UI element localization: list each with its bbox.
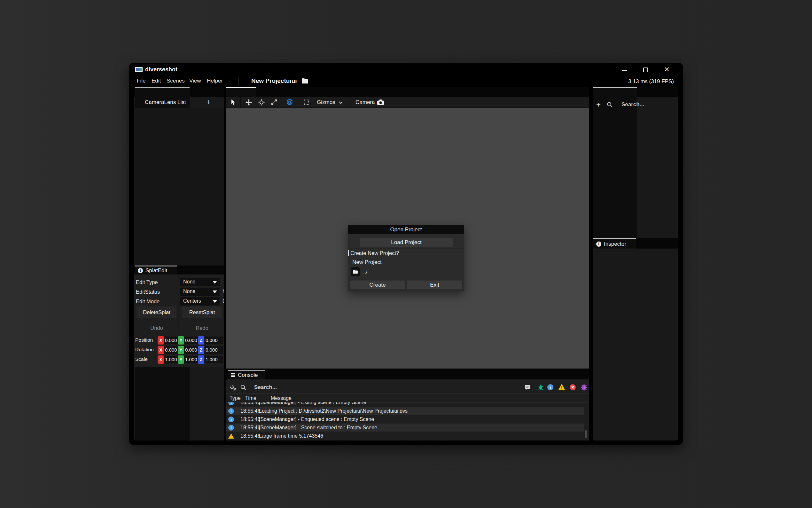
project-folder-icon[interactable] [301, 78, 308, 84]
scale-z-field[interactable]: 1.000 [205, 356, 223, 364]
transform-row-rotation: Rotation X 0.000 Y 0.000 Z 0.000 [134, 345, 224, 354]
position-y-field[interactable]: 0.000 [184, 337, 199, 344]
dialog-titlebar[interactable]: Open Project [348, 225, 464, 234]
edit-type-dropdown[interactable]: None [180, 278, 220, 286]
minimize-icon [622, 70, 627, 71]
close-button[interactable]: × [661, 64, 673, 75]
console-body: i ! ! Type Time Message [226, 379, 589, 440]
exception-filter-icon[interactable]: ! [581, 384, 587, 390]
axis-x-chip: X [158, 346, 164, 354]
debug-filter-icon[interactable] [538, 384, 544, 390]
camera-dropdown[interactable]: Camera [355, 99, 375, 105]
log-row[interactable]: i 18:55:46 [SceneManager] - Enqueued sce… [226, 415, 584, 423]
project-name-field[interactable]: New Project [352, 259, 382, 265]
redo-button[interactable]: Redo [182, 322, 222, 334]
axis-z-chip: Z [198, 336, 204, 344]
clipped-option-text: C [223, 298, 224, 304]
log-row-clipped[interactable]: i 18:55:46 [SceneManager] - Exiting scen… [226, 403, 584, 407]
log-message: Large frame time 5.1743546 [259, 433, 323, 439]
menu-scenes[interactable]: Scenes [166, 78, 185, 84]
list-icon [231, 373, 235, 377]
console-search-input[interactable] [253, 384, 325, 391]
hierarchy-search-input[interactable] [621, 101, 670, 108]
gizmos-dropdown[interactable]: Gizmos [317, 99, 335, 105]
rotate-tool-icon[interactable] [258, 99, 265, 105]
reset-splat-button[interactable]: ResetSplat [182, 306, 222, 318]
axis-x-chip: X [158, 336, 164, 344]
info-icon: i [596, 242, 601, 247]
inspector-content[interactable] [593, 249, 678, 440]
browse-folder-button[interactable] [351, 267, 360, 277]
rotate-view-icon[interactable] [286, 99, 293, 106]
edit-mode-label: Edit Mode [136, 298, 159, 304]
right-panel: Hierarchy + i Inspector [593, 87, 678, 440]
maximize-button[interactable] [640, 64, 652, 75]
splatedit-body: Edit Type None EditStatus None N Edit Mo… [134, 274, 224, 367]
maximize-icon [643, 68, 648, 72]
rotation-x-field[interactable]: 0.000 [164, 346, 179, 354]
search-icon [607, 102, 613, 108]
info-filter-icon[interactable]: i [547, 384, 554, 390]
log-row[interactable]: ! 18:55:46 Large frame time 5.1743546 [226, 432, 584, 440]
clipped-option-text: N [223, 289, 224, 295]
search-icon [240, 384, 246, 391]
rotation-y-field[interactable]: 0.000 [184, 346, 199, 354]
grid-snap-icon[interactable] [304, 99, 309, 105]
menu-helper[interactable]: Helper [207, 78, 223, 84]
axis-z-chip: Z [198, 346, 204, 354]
log-message: [SceneManager] - Exiting scene : Empty S… [259, 403, 366, 405]
scale-y-field[interactable]: 1.000 [184, 356, 199, 364]
tab-console[interactable]: Console [228, 370, 265, 379]
console-scrollbar[interactable] [585, 430, 587, 438]
hierarchy-content[interactable] [593, 111, 678, 238]
menu-edit[interactable]: Edit [151, 78, 161, 84]
warning-filter-icon[interactable]: ! [559, 384, 565, 390]
scene-tabstrip [226, 87, 589, 97]
move-tool-icon[interactable] [245, 99, 252, 105]
rotation-z-field[interactable]: 0.000 [205, 346, 223, 354]
info-log-icon: i [228, 417, 234, 422]
delete-splat-button[interactable]: DeleteSplat [137, 306, 177, 318]
chevron-down-icon [212, 300, 217, 303]
settings-gears-icon[interactable] [230, 384, 237, 391]
scale-x-field[interactable]: 1.000 [164, 356, 179, 364]
project-path[interactable]: ../ [363, 269, 367, 275]
dialog-separator [348, 249, 464, 249]
center-panel: Scene [226, 87, 589, 440]
transform-row-position: Position X 0.000 Y 0.000 Z 0.000 [134, 336, 224, 345]
tab-splatedit[interactable]: i SplatEdit [135, 265, 177, 274]
axis-z-chip: Z [198, 355, 204, 364]
info-log-icon: i [228, 425, 234, 431]
window-title: diverseshot [145, 66, 178, 73]
tab-console-label: Console [238, 372, 258, 378]
close-icon: × [664, 64, 669, 74]
position-z-field[interactable]: 0.000 [205, 337, 223, 344]
log-row[interactable]: i 18:55:46 Loading Project : D:\divshot2… [226, 407, 584, 415]
menu-view[interactable]: View [189, 78, 201, 84]
camera-lens-list[interactable] [134, 108, 224, 265]
scale-tool-icon[interactable] [271, 99, 277, 105]
tab-inspector[interactable]: i Inspector [593, 238, 636, 249]
error-filter-icon[interactable] [570, 384, 576, 390]
log-message: Loading Project : D:\divshot2\New Projec… [259, 408, 408, 414]
position-x-field[interactable]: 0.000 [164, 337, 179, 344]
tab-splatedit-label: SplatEdit [145, 267, 167, 274]
load-project-button[interactable]: Load Project [360, 238, 453, 247]
edit-mode-dropdown[interactable]: Centers [180, 297, 220, 305]
hierarchy-add-button[interactable]: + [596, 100, 601, 109]
create-button[interactable]: Create [350, 281, 405, 289]
chevron-down-icon [339, 101, 343, 104]
console-tabstrip [226, 369, 589, 379]
messages-filter-icon[interactable] [525, 384, 531, 390]
log-row[interactable]: i 18:55:46 [SceneManager] - Scene switch… [226, 424, 584, 431]
menu-file[interactable]: File [137, 78, 145, 84]
transform-label: Position [135, 337, 155, 343]
undo-button[interactable]: Undo [137, 322, 177, 334]
add-camera-lens-button[interactable]: + [206, 98, 211, 107]
minimize-button[interactable] [619, 64, 630, 75]
project-title: New Projectuiui [251, 77, 297, 84]
select-tool-icon[interactable] [231, 99, 236, 105]
open-project-dialog: Open Project Load Project Create New Pro… [348, 225, 464, 291]
exit-button[interactable]: Exit [407, 281, 462, 289]
edit-status-dropdown[interactable]: None [180, 288, 220, 296]
